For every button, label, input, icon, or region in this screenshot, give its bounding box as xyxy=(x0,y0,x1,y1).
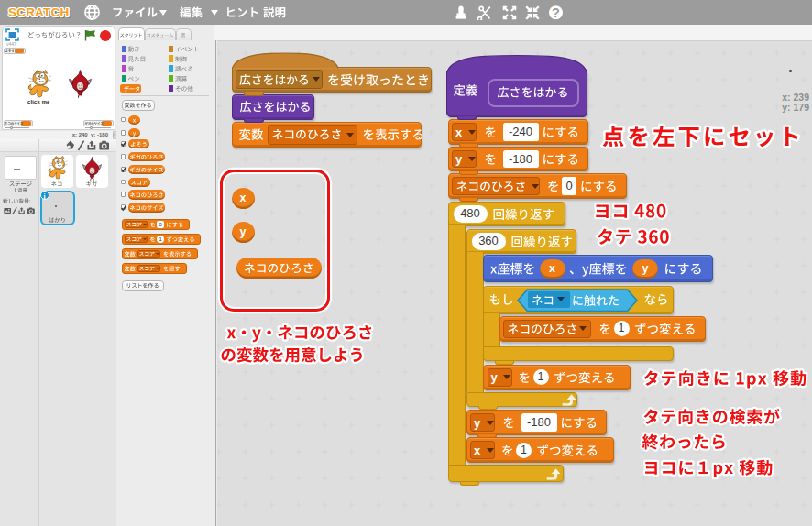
svg-text:?: ? xyxy=(552,5,560,20)
